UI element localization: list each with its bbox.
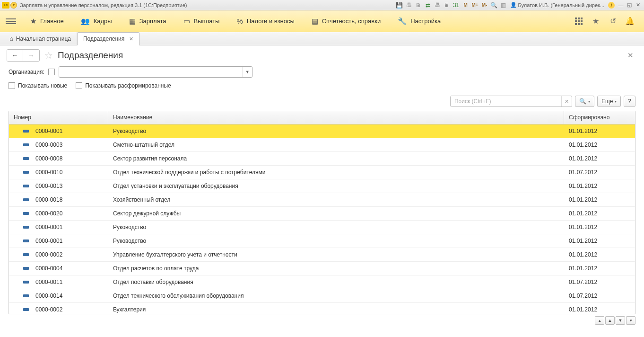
close-window-button[interactable]: ✕ (634, 2, 642, 9)
th-number[interactable]: Номер (9, 111, 108, 124)
tab-home[interactable]: ⌂Начальная страница (4, 32, 77, 45)
nav-back-button[interactable]: ← (7, 50, 23, 61)
wrench-icon: 🔧 (398, 17, 407, 26)
panels-icon[interactable]: ▥ (499, 1, 508, 9)
calc-icon[interactable]: 🖩 (443, 1, 451, 9)
cell-date: 01.01.2012 (564, 265, 635, 272)
compare-icon[interactable]: ⇄ (424, 1, 432, 9)
table-row[interactable]: 0000-0014Отдел технического обслуживания… (9, 289, 635, 303)
app-menu-dropdown[interactable]: ▾ (10, 2, 17, 9)
zoom-icon[interactable]: 🔍 (490, 1, 498, 9)
page-close-button[interactable]: ✕ (624, 49, 637, 62)
cell-name: Отдел технической поддержки и работы с п… (108, 169, 564, 176)
print-icon[interactable]: 🖶 (405, 1, 413, 9)
th-name[interactable]: Наименование (108, 111, 564, 124)
cell-name: Отдел поставки оборудования (108, 279, 564, 285)
current-user[interactable]: 👤 Булатов И.В. (Генеральный дирек... (510, 2, 604, 8)
row-icon (23, 130, 29, 133)
table-row[interactable]: 0000-0008Сектор развития персонала01.01.… (9, 152, 635, 166)
cell-name: Отдел установки и эксплуатации оборудова… (108, 183, 564, 189)
menu-payments[interactable]: ▭Выплаты (175, 10, 228, 32)
favorite-star-icon[interactable]: ☆ (44, 50, 53, 61)
m-icon[interactable]: M (461, 1, 470, 9)
tab-departments[interactable]: Подразделения✕ (77, 32, 139, 45)
restore-button[interactable]: ◱ (626, 2, 633, 9)
org-checkbox[interactable] (48, 69, 55, 75)
favorite-icon[interactable]: ★ (590, 16, 601, 27)
table-row[interactable]: 0000-0002Управление бухгалтерского учета… (9, 248, 635, 262)
table-row[interactable]: 0000-0020Сектор дежурной службы01.01.201… (9, 207, 635, 221)
org-select[interactable]: ▼ (59, 66, 252, 78)
more-button[interactable]: Еще▾ (597, 96, 621, 107)
report-icon: ▤ (312, 17, 318, 26)
table-row[interactable]: 0000-0001Руководство01.01.2012 (9, 234, 635, 248)
table-row[interactable]: 0000-0013Отдел установки и эксплуатации … (9, 179, 635, 193)
cell-number: 0000-0001 (35, 128, 62, 134)
apps-icon[interactable] (573, 16, 584, 27)
page-header: ← → ☆ Подразделения ✕ (0, 45, 644, 65)
cell-name: Бухгалтерия (108, 306, 564, 313)
search-button[interactable]: 🔍▾ (575, 96, 594, 107)
search-clear-icon[interactable]: ✕ (561, 96, 572, 106)
minimize-button[interactable]: — (617, 2, 625, 9)
th-date[interactable]: Сформировано (564, 111, 635, 124)
cell-name: Управление бухгалтерского учета и отчетн… (108, 251, 564, 258)
row-icon (23, 171, 29, 174)
menu-salary[interactable]: ▦Зарплата (121, 10, 175, 32)
nav-down-button[interactable]: ▼ (616, 316, 625, 325)
cell-date: 01.01.2012 (564, 210, 635, 217)
cell-date: 01.01.2012 (564, 128, 635, 134)
save-icon[interactable]: 💾 (395, 1, 404, 9)
cell-number: 0000-0013 (35, 183, 62, 189)
search-input[interactable] (451, 96, 561, 106)
tab-close-icon[interactable]: ✕ (129, 36, 133, 42)
dropdown-icon[interactable]: ▼ (243, 67, 252, 77)
cell-date: 01.01.2012 (564, 196, 635, 203)
titlebar: 1c ▾ Зарплата и управление персоналом, р… (0, 0, 644, 10)
row-icon (23, 185, 29, 187)
table-row[interactable]: 0000-0011Отдел поставки оборудования01.0… (9, 275, 635, 289)
cell-number: 0000-0002 (35, 251, 62, 258)
bell-icon[interactable]: 🔔 (624, 16, 635, 27)
history-icon[interactable]: ↺ (607, 16, 618, 27)
cell-name: Руководство (108, 224, 564, 231)
table-row[interactable]: 0000-0018Хозяйственный отдел01.01.2012 (9, 193, 635, 207)
menu-hr[interactable]: 👥Кадры (72, 10, 121, 32)
table-row[interactable]: 0000-0001Руководство01.01.2012 (9, 124, 635, 138)
cell-number: 0000-0004 (35, 265, 62, 272)
nav-last-button[interactable]: ▾ (626, 316, 635, 325)
percent-icon: % (236, 17, 243, 25)
show-new-checkbox[interactable]: Показывать новые (9, 82, 67, 89)
org-label: Организация: (9, 69, 44, 75)
help-button[interactable]: ? (624, 96, 635, 107)
table-header: Номер Наименование Сформировано (9, 111, 635, 124)
table-row[interactable]: 0000-0003Сметно-штатный отдел01.01.2012 (9, 138, 635, 152)
table-row[interactable]: 0000-0002Бухгалтерия01.01.2012 (9, 303, 635, 314)
table-row[interactable]: 0000-0004Отдел расчетов по оплате труда0… (9, 262, 635, 275)
cell-name: Отдел технического обслуживания оборудов… (108, 293, 564, 299)
table-row[interactable]: 0000-0010Отдел технической поддержки и р… (9, 166, 635, 179)
table-row[interactable]: 0000-0001Руководство01.01.2012 (9, 221, 635, 234)
show-disbanded-checkbox[interactable]: Показывать расформированные (76, 82, 171, 89)
calendar-icon[interactable]: 31 (452, 1, 461, 9)
cell-name: Сектор развития персонала (108, 155, 564, 162)
hamburger-icon[interactable] (6, 18, 16, 24)
menu-settings[interactable]: 🔧Настройка (389, 10, 449, 32)
menu-main[interactable]: ★Главное (22, 10, 72, 32)
menu-taxes[interactable]: %Налоги и взносы (228, 10, 303, 32)
row-icon (23, 253, 29, 256)
m-minus-icon[interactable]: M- (480, 1, 489, 9)
nav-up-button[interactable]: ▲ (605, 316, 615, 325)
row-icon (23, 267, 29, 270)
menu-reports[interactable]: ▤Отчетность, справки (303, 10, 389, 32)
org-input[interactable] (59, 67, 243, 77)
nav-forward-button[interactable]: → (23, 50, 39, 61)
info-icon[interactable]: i (608, 2, 615, 9)
nav-first-button[interactable]: ▴ (595, 316, 604, 325)
table-body: 0000-0001Руководство01.01.20120000-0003С… (9, 124, 635, 314)
cell-date: 01.07.2012 (564, 279, 635, 285)
preview-icon[interactable]: 🗎 (414, 1, 423, 9)
m-plus-icon[interactable]: M+ (471, 1, 479, 9)
cell-name: Сметно-штатный отдел (108, 142, 564, 148)
print2-icon[interactable]: 🖶 (433, 1, 442, 9)
